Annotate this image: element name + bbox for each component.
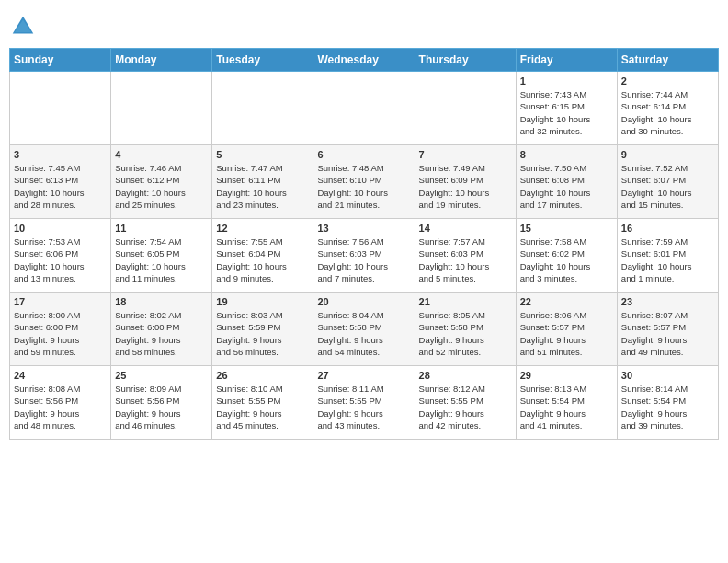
calendar-cell: 6Sunrise: 7:48 AM Sunset: 6:10 PM Daylig… xyxy=(313,145,415,219)
calendar-header-row: SundayMondayTuesdayWednesdayThursdayFrid… xyxy=(10,49,719,72)
calendar-cell: 23Sunrise: 8:07 AM Sunset: 5:57 PM Dayli… xyxy=(617,293,718,366)
day-info: Sunrise: 7:55 AM Sunset: 6:04 PM Dayligh… xyxy=(216,236,309,284)
calendar-cell: 26Sunrise: 8:10 AM Sunset: 5:55 PM Dayli… xyxy=(212,366,313,440)
weekday-header-sunday: Sunday xyxy=(10,49,111,72)
calendar-cell: 19Sunrise: 8:03 AM Sunset: 5:59 PM Dayli… xyxy=(212,293,313,366)
day-number: 22 xyxy=(520,296,613,307)
day-number: 28 xyxy=(419,370,512,381)
day-info: Sunrise: 8:06 AM Sunset: 5:57 PM Dayligh… xyxy=(520,309,613,358)
day-info: Sunrise: 7:53 AM Sunset: 6:06 PM Dayligh… xyxy=(14,236,107,284)
day-info: Sunrise: 7:57 AM Sunset: 6:03 PM Dayligh… xyxy=(419,236,512,284)
day-number: 7 xyxy=(419,149,512,160)
calendar-cell: 28Sunrise: 8:12 AM Sunset: 5:55 PM Dayli… xyxy=(415,366,516,440)
day-info: Sunrise: 7:52 AM Sunset: 6:07 PM Dayligh… xyxy=(621,162,714,211)
day-info: Sunrise: 8:08 AM Sunset: 5:56 PM Dayligh… xyxy=(14,383,107,431)
day-number: 12 xyxy=(216,223,309,234)
day-number: 6 xyxy=(317,149,410,160)
calendar-week-row: 17Sunrise: 8:00 AM Sunset: 6:00 PM Dayli… xyxy=(10,293,719,366)
calendar-cell xyxy=(111,72,212,145)
calendar-cell: 18Sunrise: 8:02 AM Sunset: 6:00 PM Dayli… xyxy=(111,293,212,366)
calendar-cell xyxy=(415,72,516,145)
day-info: Sunrise: 7:50 AM Sunset: 6:08 PM Dayligh… xyxy=(520,162,613,211)
day-number: 10 xyxy=(14,223,107,234)
day-number: 8 xyxy=(520,149,613,160)
day-info: Sunrise: 8:14 AM Sunset: 5:54 PM Dayligh… xyxy=(621,383,714,431)
calendar-cell: 29Sunrise: 8:13 AM Sunset: 5:54 PM Dayli… xyxy=(516,366,617,440)
day-info: Sunrise: 8:05 AM Sunset: 5:58 PM Dayligh… xyxy=(419,309,512,358)
calendar-cell: 1Sunrise: 7:43 AM Sunset: 6:15 PM Daylig… xyxy=(516,72,617,145)
day-number: 14 xyxy=(419,223,512,234)
calendar-cell: 10Sunrise: 7:53 AM Sunset: 6:06 PM Dayli… xyxy=(10,219,111,293)
calendar-cell: 16Sunrise: 7:59 AM Sunset: 6:01 PM Dayli… xyxy=(617,219,718,293)
day-info: Sunrise: 7:59 AM Sunset: 6:01 PM Dayligh… xyxy=(621,236,714,284)
calendar-cell: 13Sunrise: 7:56 AM Sunset: 6:03 PM Dayli… xyxy=(313,219,415,293)
calendar-cell: 9Sunrise: 7:52 AM Sunset: 6:07 PM Daylig… xyxy=(617,145,718,219)
day-info: Sunrise: 7:46 AM Sunset: 6:12 PM Dayligh… xyxy=(115,162,208,211)
weekday-header-monday: Monday xyxy=(111,49,212,72)
day-info: Sunrise: 7:54 AM Sunset: 6:05 PM Dayligh… xyxy=(115,236,208,284)
calendar-cell: 8Sunrise: 7:50 AM Sunset: 6:08 PM Daylig… xyxy=(516,145,617,219)
day-info: Sunrise: 7:49 AM Sunset: 6:09 PM Dayligh… xyxy=(419,162,512,211)
day-number: 27 xyxy=(317,370,410,381)
calendar-week-row: 3Sunrise: 7:45 AM Sunset: 6:13 PM Daylig… xyxy=(10,145,719,219)
calendar-table: SundayMondayTuesdayWednesdayThursdayFrid… xyxy=(9,48,719,440)
day-info: Sunrise: 7:47 AM Sunset: 6:11 PM Dayligh… xyxy=(216,162,309,211)
weekday-header-wednesday: Wednesday xyxy=(313,49,415,72)
calendar-cell: 20Sunrise: 8:04 AM Sunset: 5:58 PM Dayli… xyxy=(313,293,415,366)
calendar-cell: 14Sunrise: 7:57 AM Sunset: 6:03 PM Dayli… xyxy=(415,219,516,293)
day-number: 23 xyxy=(621,296,714,307)
day-number: 5 xyxy=(216,149,309,160)
day-number: 15 xyxy=(520,223,613,234)
day-number: 19 xyxy=(216,296,309,307)
weekday-header-thursday: Thursday xyxy=(415,49,516,72)
page-header xyxy=(9,9,719,40)
day-number: 1 xyxy=(520,75,613,86)
day-info: Sunrise: 8:03 AM Sunset: 5:59 PM Dayligh… xyxy=(216,309,309,358)
day-info: Sunrise: 8:04 AM Sunset: 5:58 PM Dayligh… xyxy=(317,309,410,358)
day-number: 11 xyxy=(115,223,208,234)
day-number: 9 xyxy=(621,149,714,160)
calendar-cell xyxy=(313,72,415,145)
day-number: 30 xyxy=(621,370,714,381)
day-number: 29 xyxy=(520,370,613,381)
day-info: Sunrise: 8:12 AM Sunset: 5:55 PM Dayligh… xyxy=(419,383,512,431)
calendar-cell: 21Sunrise: 8:05 AM Sunset: 5:58 PM Dayli… xyxy=(415,293,516,366)
calendar-cell: 25Sunrise: 8:09 AM Sunset: 5:56 PM Dayli… xyxy=(111,366,212,440)
calendar-cell: 2Sunrise: 7:44 AM Sunset: 6:14 PM Daylig… xyxy=(617,72,718,145)
day-number: 26 xyxy=(216,370,309,381)
calendar-cell: 5Sunrise: 7:47 AM Sunset: 6:11 PM Daylig… xyxy=(212,145,313,219)
weekday-header-friday: Friday xyxy=(516,49,617,72)
day-info: Sunrise: 8:13 AM Sunset: 5:54 PM Dayligh… xyxy=(520,383,613,431)
day-number: 2 xyxy=(621,75,714,86)
calendar-week-row: 1Sunrise: 7:43 AM Sunset: 6:15 PM Daylig… xyxy=(10,72,719,145)
calendar-cell: 24Sunrise: 8:08 AM Sunset: 5:56 PM Dayli… xyxy=(10,366,111,440)
day-info: Sunrise: 8:07 AM Sunset: 5:57 PM Dayligh… xyxy=(621,309,714,358)
calendar-cell: 17Sunrise: 8:00 AM Sunset: 6:00 PM Dayli… xyxy=(10,293,111,366)
day-info: Sunrise: 7:58 AM Sunset: 6:02 PM Dayligh… xyxy=(520,236,613,284)
day-info: Sunrise: 7:48 AM Sunset: 6:10 PM Dayligh… xyxy=(317,162,410,211)
day-number: 3 xyxy=(14,149,107,160)
calendar-week-row: 24Sunrise: 8:08 AM Sunset: 5:56 PM Dayli… xyxy=(10,366,719,440)
day-info: Sunrise: 7:44 AM Sunset: 6:14 PM Dayligh… xyxy=(621,88,714,137)
calendar-cell xyxy=(212,72,313,145)
day-number: 13 xyxy=(317,223,410,234)
day-info: Sunrise: 7:43 AM Sunset: 6:15 PM Dayligh… xyxy=(520,88,613,137)
day-number: 4 xyxy=(115,149,208,160)
calendar-cell: 4Sunrise: 7:46 AM Sunset: 6:12 PM Daylig… xyxy=(111,145,212,219)
calendar-body: 1Sunrise: 7:43 AM Sunset: 6:15 PM Daylig… xyxy=(10,72,719,440)
calendar-cell: 30Sunrise: 8:14 AM Sunset: 5:54 PM Dayli… xyxy=(617,366,718,440)
day-number: 24 xyxy=(14,370,107,381)
calendar-cell: 15Sunrise: 7:58 AM Sunset: 6:02 PM Dayli… xyxy=(516,219,617,293)
calendar-week-row: 10Sunrise: 7:53 AM Sunset: 6:06 PM Dayli… xyxy=(10,219,719,293)
day-info: Sunrise: 8:00 AM Sunset: 6:00 PM Dayligh… xyxy=(14,309,107,358)
weekday-header-tuesday: Tuesday xyxy=(212,49,313,72)
calendar-cell: 11Sunrise: 7:54 AM Sunset: 6:05 PM Dayli… xyxy=(111,219,212,293)
day-info: Sunrise: 8:10 AM Sunset: 5:55 PM Dayligh… xyxy=(216,383,309,431)
day-number: 20 xyxy=(317,296,410,307)
day-number: 21 xyxy=(419,296,512,307)
calendar-cell: 3Sunrise: 7:45 AM Sunset: 6:13 PM Daylig… xyxy=(10,145,111,219)
day-number: 18 xyxy=(115,296,208,307)
calendar-cell: 27Sunrise: 8:11 AM Sunset: 5:55 PM Dayli… xyxy=(313,366,415,440)
day-info: Sunrise: 8:02 AM Sunset: 6:00 PM Dayligh… xyxy=(115,309,208,358)
day-info: Sunrise: 8:09 AM Sunset: 5:56 PM Dayligh… xyxy=(115,383,208,431)
